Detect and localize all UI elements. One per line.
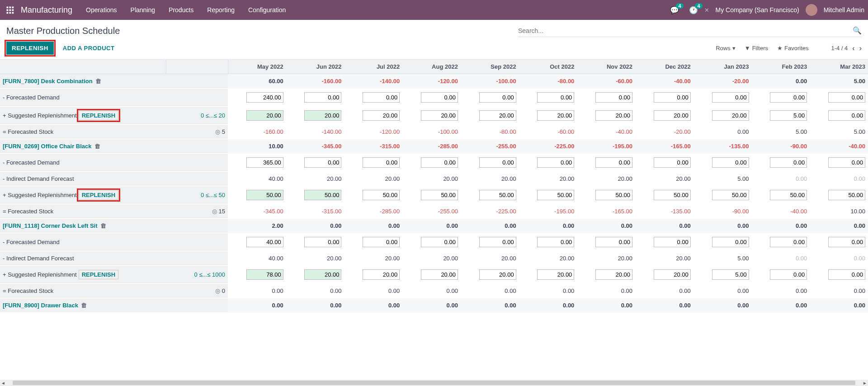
nav-products[interactable]: Products (169, 6, 193, 14)
suggested-replenishment-input[interactable] (712, 269, 749, 280)
suggested-replenishment-input[interactable] (304, 269, 341, 280)
forecasted-demand-input[interactable] (654, 237, 691, 247)
suggested-replenishment-input[interactable] (363, 269, 400, 280)
activity-icon[interactable]: 🕐4 (689, 6, 698, 14)
forecasted-demand-input[interactable] (712, 237, 749, 247)
product-link[interactable]: [FURN_8900] Drawer Black (3, 302, 78, 309)
trash-icon[interactable]: 🗑 (100, 222, 106, 229)
forecasted-demand-input[interactable] (828, 237, 865, 247)
app-brand[interactable]: Manufacturing (21, 5, 72, 15)
forecasted-demand-input[interactable] (654, 92, 691, 103)
suggested-replenishment-input[interactable] (363, 190, 400, 200)
favorites-button[interactable]: ★ Favorites (777, 45, 808, 52)
forecasted-demand-input[interactable] (595, 237, 632, 247)
apps-icon[interactable] (4, 4, 16, 16)
suggested-replenishment-input[interactable] (537, 190, 574, 200)
scroll-left-icon[interactable]: ◄ (0, 381, 6, 382)
nav-operations[interactable]: Operations (86, 6, 117, 14)
nav-planning[interactable]: Planning (131, 6, 156, 14)
forecasted-demand-input[interactable] (770, 92, 807, 103)
range-link[interactable]: 0 ≤...≤ 50 (201, 192, 225, 198)
forecasted-demand-input[interactable] (595, 157, 632, 168)
search-input[interactable] (518, 27, 853, 34)
forecasted-demand-input[interactable] (712, 157, 749, 168)
suggested-replenishment-input[interactable] (479, 190, 516, 200)
forecasted-demand-input[interactable] (537, 237, 574, 247)
forecasted-demand-input[interactable] (246, 92, 283, 103)
stock-target[interactable]: ◎0 (166, 284, 228, 298)
suggested-replenishment-input[interactable] (421, 190, 458, 200)
forecasted-demand-input[interactable] (537, 157, 574, 168)
messages-icon[interactable]: 💬4 (670, 6, 679, 14)
forecasted-demand-input[interactable] (421, 237, 458, 247)
suggested-replenishment-input[interactable] (595, 190, 632, 200)
replenish-inline-button[interactable]: REPLENISH (79, 111, 118, 120)
suggested-replenishment-input[interactable] (654, 190, 691, 200)
stock-target[interactable]: ◎5 (166, 125, 228, 139)
trash-icon[interactable]: 🗑 (81, 302, 87, 309)
suggested-replenishment-input[interactable] (304, 190, 341, 200)
product-link[interactable]: [FURN_7800] Desk Combination (3, 78, 93, 85)
debug-icon[interactable]: ✕ (704, 7, 709, 14)
forecasted-demand-input[interactable] (479, 157, 516, 168)
company-switcher[interactable]: My Company (San Francisco) (716, 6, 799, 14)
pager-next[interactable]: › (859, 44, 862, 52)
suggested-replenishment-input[interactable] (828, 110, 865, 121)
suggested-replenishment-input[interactable] (595, 269, 632, 280)
rows-dropdown[interactable]: Rows ▾ (716, 45, 736, 52)
forecasted-demand-input[interactable] (595, 92, 632, 103)
suggested-replenishment-input[interactable] (246, 269, 283, 280)
forecasted-demand-input[interactable] (770, 237, 807, 247)
scrollbar-thumb[interactable] (13, 381, 855, 382)
filters-button[interactable]: ▼ Filters (745, 45, 768, 52)
suggested-replenishment-input[interactable] (595, 110, 632, 121)
forecasted-demand-input[interactable] (421, 92, 458, 103)
suggested-replenishment-input[interactable] (479, 110, 516, 121)
suggested-replenishment-input[interactable] (828, 269, 865, 280)
forecasted-demand-input[interactable] (421, 157, 458, 168)
avatar[interactable] (806, 4, 817, 16)
replenish-button[interactable]: REPLENISH (6, 42, 54, 55)
forecasted-demand-input[interactable] (654, 157, 691, 168)
suggested-replenishment-input[interactable] (537, 110, 574, 121)
search-bar[interactable]: 🔍 (518, 24, 862, 37)
forecasted-demand-input[interactable] (770, 157, 807, 168)
forecasted-demand-input[interactable] (246, 237, 283, 247)
forecasted-demand-input[interactable] (246, 157, 283, 168)
forecasted-demand-input[interactable] (537, 92, 574, 103)
forecasted-demand-input[interactable] (828, 157, 865, 168)
suggested-replenishment-input[interactable] (363, 110, 400, 121)
nav-reporting[interactable]: Reporting (207, 6, 235, 14)
trash-icon[interactable]: 🗑 (95, 78, 101, 85)
suggested-replenishment-input[interactable] (304, 110, 341, 121)
range-link[interactable]: 0 ≤...≤ 20 (201, 112, 225, 119)
forecasted-demand-input[interactable] (304, 92, 341, 103)
suggested-replenishment-input[interactable] (828, 190, 865, 200)
forecasted-demand-input[interactable] (363, 92, 400, 103)
user-name[interactable]: Mitchell Admin (824, 6, 864, 14)
pager-text[interactable]: 1-4 / 4 (831, 45, 848, 52)
forecasted-demand-input[interactable] (712, 92, 749, 103)
suggested-replenishment-input[interactable] (479, 269, 516, 280)
mps-grid[interactable]: May 2022Jun 2022Jul 2022Aug 2022Sep 2022… (0, 59, 868, 382)
suggested-replenishment-input[interactable] (770, 269, 807, 280)
forecasted-demand-input[interactable] (828, 92, 865, 103)
suggested-replenishment-input[interactable] (712, 110, 749, 121)
replenish-inline-button[interactable]: REPLENISH (79, 190, 118, 200)
forecasted-demand-input[interactable] (363, 157, 400, 168)
forecasted-demand-input[interactable] (479, 92, 516, 103)
range-link[interactable]: 0 ≤...≤ 1000 (194, 271, 225, 278)
product-link[interactable]: [FURN_0269] Office Chair Black (3, 143, 92, 150)
pager-prev[interactable]: ‹ (852, 44, 854, 52)
suggested-replenishment-input[interactable] (654, 110, 691, 121)
suggested-replenishment-input[interactable] (770, 110, 807, 121)
product-link[interactable]: [FURN_1118] Corner Desk Left Sit (3, 222, 98, 229)
replenish-inline-button[interactable]: REPLENISH (79, 270, 118, 279)
scroll-right-icon[interactable]: ► (862, 381, 868, 382)
forecasted-demand-input[interactable] (304, 157, 341, 168)
suggested-replenishment-input[interactable] (246, 110, 283, 121)
search-icon[interactable]: 🔍 (853, 26, 862, 35)
suggested-replenishment-input[interactable] (770, 190, 807, 200)
suggested-replenishment-input[interactable] (654, 269, 691, 280)
trash-icon[interactable]: 🗑 (94, 143, 100, 150)
